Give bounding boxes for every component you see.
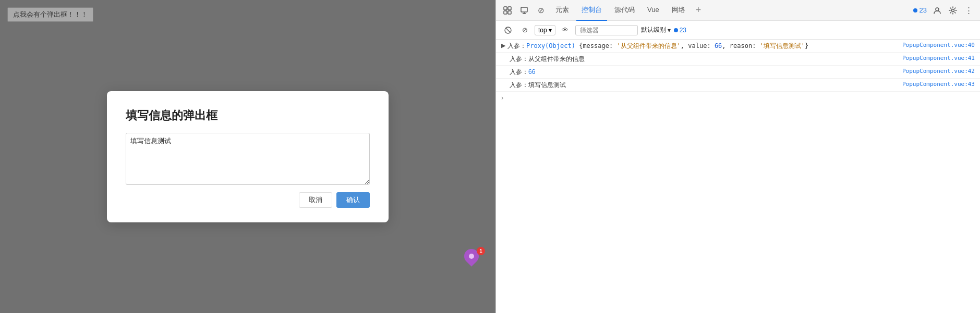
log-file-2[interactable]: PopupComponent.vue:42 (902, 67, 975, 76)
modal-buttons: 取消 确认 (126, 192, 370, 208)
log-label-3: 入参：填写信息测试 (510, 80, 566, 90)
level-chevron: ▾ (668, 27, 671, 34)
settings-icon[interactable] (946, 3, 960, 18)
modal-title: 填写信息的弹出框 (126, 108, 370, 123)
modal-textarea[interactable]: 填写信息测试 (126, 133, 370, 185)
tab-console[interactable]: 控制台 (576, 0, 607, 21)
log-label-1: 入参：从父组件带来的信息 (510, 54, 585, 64)
console-count: 23 (680, 27, 686, 34)
pin-icon-inner (469, 254, 474, 259)
log-file-0[interactable]: PopupComponent.vue:40 (902, 41, 975, 50)
tab-elements[interactable]: 元素 (550, 0, 574, 21)
log-file-3[interactable]: PopupComponent.vue:43 (902, 80, 975, 89)
console-count-badge: 23 (674, 27, 686, 34)
count-dot (674, 28, 678, 32)
error-badge: 23 (913, 6, 927, 14)
browser-preview: 点我会有个弹出框！！！ 填写信息的弹出框 填写信息测试 取消 确认 1 (0, 0, 495, 313)
devtools-right-icons: 23 ⋮ (913, 3, 976, 18)
svg-line-10 (506, 28, 510, 32)
bottom-chevron[interactable]: › (501, 94, 503, 102)
log-bottom-row: › (496, 92, 980, 103)
log-entry: 入参：从父组件带来的信息 PopupComponent.vue:41 (496, 53, 980, 66)
log-label-2: 入参： (510, 67, 528, 77)
log-code-0: Proxy(Object) {message: '从父组件带来的信息', val… (526, 41, 902, 51)
devtools-panel: ⊘ 元素 控制台 源代码 Vue 网络 + 23 (495, 0, 980, 313)
level-label: 默认级别 (641, 26, 666, 34)
device-icon[interactable] (517, 3, 531, 18)
notification-badge[interactable]: 1 (464, 249, 484, 269)
log-object-preview: {message: '从父组件带来的信息', value: 66, reason… (579, 42, 808, 49)
modal-dialog: 填写信息的弹出框 填写信息测试 取消 确认 (107, 91, 389, 222)
context-selector[interactable]: top ▾ (535, 25, 555, 35)
error-count: 23 (919, 6, 927, 14)
log-value-2: 66 (528, 67, 535, 77)
svg-point-8 (952, 9, 954, 11)
svg-rect-1 (508, 7, 511, 10)
tab-network[interactable]: 网络 (667, 0, 691, 21)
svg-rect-4 (521, 7, 527, 12)
svg-rect-3 (508, 11, 511, 14)
tab-vue[interactable]: Vue (642, 0, 664, 21)
block-console-icon[interactable]: ⊘ (518, 23, 531, 37)
notification-count: 1 (477, 247, 485, 255)
clear-console-icon[interactable] (501, 23, 515, 37)
expand-arrow[interactable]: ▶ (501, 41, 505, 50)
devtools-toolbar2: ⊘ top ▾ 👁 默认级别 ▾ 23 (496, 21, 980, 40)
console-area: ▶ 入参： Proxy(Object) {message: '从父组件带来的信息… (496, 40, 980, 313)
inspect-icon[interactable] (500, 3, 515, 18)
modal-backdrop: 填写信息的弹出框 填写信息测试 取消 确认 (0, 0, 495, 313)
log-file-1[interactable]: PopupComponent.vue:41 (902, 54, 975, 63)
eye-icon[interactable]: 👁 (559, 23, 572, 37)
svg-point-7 (936, 8, 939, 11)
confirm-button[interactable]: 确认 (336, 192, 370, 208)
svg-rect-2 (504, 11, 507, 14)
level-selector[interactable]: 默认级别 ▾ (641, 26, 671, 34)
filter-input[interactable] (575, 25, 638, 35)
tab-sources[interactable]: 源代码 (609, 0, 640, 21)
log-entry: 入参：填写信息测试 PopupComponent.vue:43 (496, 79, 980, 92)
devtools-tab-bar: ⊘ 元素 控制台 源代码 Vue 网络 + 23 (496, 0, 980, 21)
log-entry: ▶ 入参： Proxy(Object) {message: '从父组件带来的信息… (496, 40, 980, 53)
context-label: top (538, 27, 547, 34)
user-icon[interactable] (930, 3, 945, 18)
more-tabs-button[interactable]: + (693, 5, 705, 16)
cancel-button[interactable]: 取消 (299, 192, 332, 208)
context-chevron: ▾ (549, 27, 552, 34)
block-icon[interactable]: ⊘ (534, 3, 548, 18)
log-entry: 入参： 66 PopupComponent.vue:42 (496, 66, 980, 79)
svg-rect-0 (504, 7, 507, 10)
log-object: Proxy(Object) (526, 42, 575, 49)
log-label-0: 入参： (507, 41, 526, 51)
error-dot (913, 8, 917, 12)
more-options-icon[interactable]: ⋮ (961, 3, 976, 18)
